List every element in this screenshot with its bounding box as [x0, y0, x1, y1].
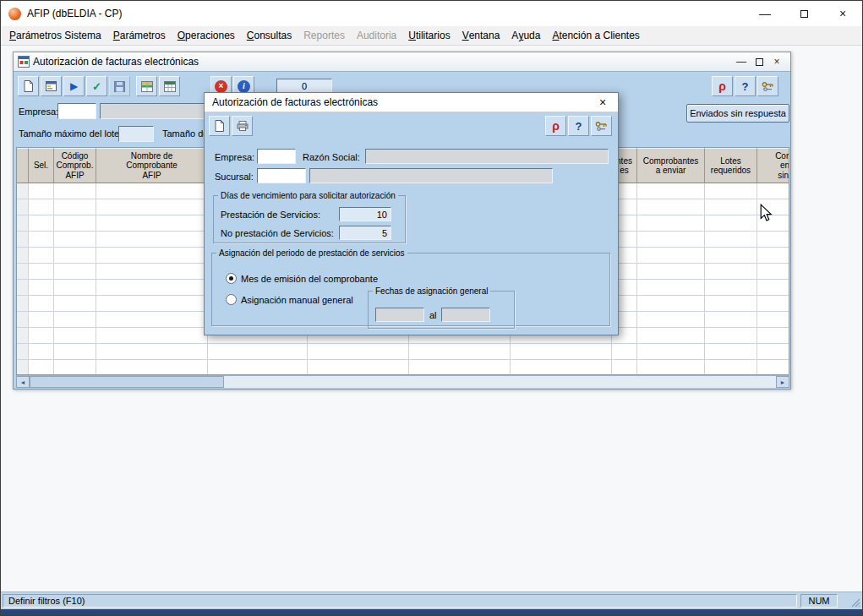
scroll-track[interactable] — [224, 376, 776, 388]
table-cell[interactable] — [96, 296, 208, 312]
close-button[interactable]: × — [823, 1, 862, 26]
table-column-header[interactable]: Código Comprob. AFIP — [54, 148, 96, 183]
table-cell[interactable] — [757, 296, 789, 312]
save-button[interactable] — [109, 76, 130, 96]
table-cell[interactable] — [409, 344, 511, 360]
table-cell[interactable] — [637, 280, 705, 296]
table-cell[interactable] — [29, 199, 54, 215]
empresa-field[interactable] — [57, 103, 96, 119]
keys-button[interactable] — [757, 76, 778, 96]
table-cell[interactable] — [96, 344, 208, 360]
table-cell[interactable] — [54, 280, 96, 296]
table-cell[interactable] — [612, 360, 637, 375]
filter-button[interactable]: ρ — [712, 76, 733, 96]
menu-item-utilitarios[interactable]: Utilitarios — [402, 26, 456, 45]
child-minimize-button[interactable]: — — [736, 56, 746, 68]
table-cell[interactable] — [29, 296, 54, 312]
dialog-titlebar[interactable]: Autorización de facturas electrónicas × — [205, 93, 618, 112]
table-cell[interactable] — [757, 264, 789, 280]
dialog-close-button[interactable]: × — [587, 93, 618, 112]
table-cell[interactable] — [705, 248, 757, 264]
scroll-left-button[interactable]: ◄ — [16, 376, 30, 388]
table-cell[interactable] — [17, 199, 29, 215]
table-cell[interactable] — [409, 360, 511, 375]
table-cell[interactable] — [757, 280, 789, 296]
table-cell[interactable] — [208, 360, 308, 375]
help-button[interactable]: ? — [735, 76, 756, 96]
table-cell[interactable] — [17, 360, 29, 375]
prestacion-field[interactable]: 10 — [339, 207, 391, 221]
table-cell[interactable] — [54, 183, 96, 199]
table-row[interactable] — [17, 344, 789, 360]
lots-button[interactable] — [136, 76, 157, 96]
table-cell[interactable] — [757, 183, 789, 199]
table-cell[interactable] — [17, 215, 29, 232]
table-column-header[interactable]: Sel. — [29, 148, 54, 183]
table-cell[interactable] — [705, 199, 757, 215]
dialog-filter-button[interactable]: ρ — [545, 116, 566, 136]
table-cell[interactable] — [17, 312, 29, 328]
table-cell[interactable] — [96, 312, 208, 328]
table-cell[interactable] — [637, 360, 705, 375]
scroll-right-button[interactable]: ► — [776, 376, 789, 388]
table-cell[interactable] — [29, 264, 54, 280]
table-cell[interactable] — [308, 360, 409, 375]
table-cell[interactable] — [54, 264, 96, 280]
table-cell[interactable] — [96, 215, 208, 232]
table-cell[interactable] — [637, 232, 705, 248]
table-cell[interactable] — [208, 344, 308, 360]
table-cell[interactable] — [54, 312, 96, 328]
table-cell[interactable] — [705, 296, 757, 312]
table-cell[interactable] — [29, 328, 54, 344]
table-cell[interactable] — [705, 183, 757, 199]
table-cell[interactable] — [757, 344, 789, 360]
table-cell[interactable] — [17, 328, 29, 344]
table-cell[interactable] — [17, 232, 29, 248]
table-cell[interactable] — [637, 183, 705, 199]
table-cell[interactable] — [637, 296, 705, 312]
table-cell[interactable] — [96, 248, 208, 264]
table-column-header[interactable]: Comproba enviado sin respu — [757, 148, 789, 183]
table-cell[interactable] — [637, 344, 705, 360]
table-cell[interactable] — [705, 312, 757, 328]
new-button[interactable] — [18, 76, 39, 96]
menu-item-parámetros[interactable]: Parámetros — [107, 26, 172, 45]
confirm-button[interactable]: ✓ — [86, 76, 107, 96]
properties-button[interactable] — [41, 76, 62, 96]
table-cell[interactable] — [612, 344, 637, 360]
table-column-header[interactable]: Comprobantes a enviar — [637, 148, 705, 183]
table-cell[interactable] — [705, 264, 757, 280]
dialog-print-button[interactable] — [232, 116, 253, 136]
table-cell[interactable] — [54, 360, 96, 375]
table-cell[interactable] — [17, 183, 29, 199]
table-cell[interactable] — [17, 248, 29, 264]
table-cell[interactable] — [54, 328, 96, 344]
table-cell[interactable] — [637, 312, 705, 328]
resize-grip[interactable] — [850, 597, 860, 608]
table-cell[interactable] — [705, 328, 757, 344]
menu-item-operaciones[interactable]: Operaciones — [172, 26, 241, 45]
grid-button[interactable] — [159, 76, 180, 96]
table-cell[interactable] — [96, 199, 208, 215]
table-cell[interactable] — [705, 232, 757, 248]
table-cell[interactable] — [96, 328, 208, 344]
table-cell[interactable] — [511, 360, 612, 375]
table-column-header[interactable] — [17, 148, 29, 183]
run-button[interactable]: ▶ — [63, 76, 85, 96]
table-cell[interactable] — [54, 296, 96, 312]
table-cell[interactable] — [96, 232, 208, 248]
table-cell[interactable] — [96, 280, 208, 296]
table-cell[interactable] — [54, 344, 96, 360]
table-cell[interactable] — [54, 215, 96, 232]
table-cell[interactable] — [29, 280, 54, 296]
menu-item-ventana[interactable]: Ventana — [456, 26, 506, 45]
table-cell[interactable] — [17, 344, 29, 360]
minimize-button[interactable]: — — [746, 1, 784, 26]
table-cell[interactable] — [705, 215, 757, 232]
table-cell[interactable] — [757, 248, 789, 264]
table-cell[interactable] — [637, 248, 705, 264]
dialog-keys-button[interactable] — [591, 116, 612, 136]
table-cell[interactable] — [637, 328, 705, 344]
dialog-empresa-field[interactable] — [257, 149, 296, 164]
table-cell[interactable] — [17, 296, 29, 312]
